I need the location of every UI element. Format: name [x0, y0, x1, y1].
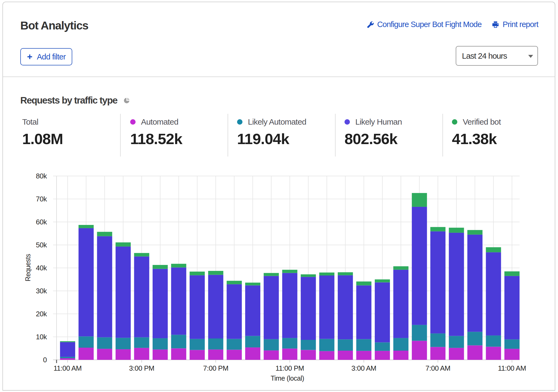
header-links: Configure Super Bot Fight Mode Print rep… — [367, 20, 538, 29]
section-title: Requests by traffic type — [20, 95, 130, 106]
svg-text:40k: 40k — [36, 264, 47, 272]
svg-text:30k: 30k — [36, 287, 47, 295]
svg-text:3:00 PM: 3:00 PM — [129, 364, 154, 372]
configure-sbfm[interactable]: Configure Super Bot Fight Mode — [367, 20, 482, 29]
time-range-select[interactable]: Last 24 hours — [456, 46, 538, 66]
add-filter[interactable]: Add filter — [20, 48, 72, 65]
svg-text:80k: 80k — [36, 172, 47, 180]
svg-text:7:00 AM: 7:00 AM — [425, 364, 450, 372]
stat-likely-human: Likely Human802.56k — [344, 117, 402, 148]
stat-automated: Automated118.52k — [130, 117, 182, 148]
svg-text:60k: 60k — [36, 218, 47, 226]
svg-text:20k: 20k — [36, 310, 47, 318]
stat-verified-bot: Verified bot41.38k — [452, 117, 501, 148]
svg-text:11:00 PM: 11:00 PM — [275, 364, 304, 372]
svg-text:11:00 AM: 11:00 AM — [498, 364, 526, 372]
stat-total: Total1.08M — [22, 117, 63, 148]
svg-text:70k: 70k — [36, 195, 47, 203]
header-divider — [3, 77, 555, 77]
svg-text:0: 0 — [43, 356, 47, 364]
svg-text:10k: 10k — [36, 333, 47, 341]
svg-text:Time (local): Time (local) — [271, 374, 304, 382]
stat-likely-automated: Likely Automated119.04k — [237, 117, 306, 148]
svg-text:11:00 AM: 11:00 AM — [54, 364, 82, 372]
title: Bot Analytics — [20, 19, 88, 32]
svg-text:50k: 50k — [36, 241, 47, 249]
svg-text:Requests: Requests — [24, 254, 32, 281]
svg-text:7:00 PM: 7:00 PM — [203, 364, 228, 372]
traffic-chart: 0 10k 20k 30k 40k 50k 60k 70k 80k 11:00 … — [0, 162, 558, 392]
print-report[interactable]: Print report — [491, 20, 538, 29]
bot-analytics-page: Bot Analytics Configure Super Bot Fight … — [0, 0, 558, 392]
svg-text:3:00 AM: 3:00 AM — [352, 364, 376, 372]
